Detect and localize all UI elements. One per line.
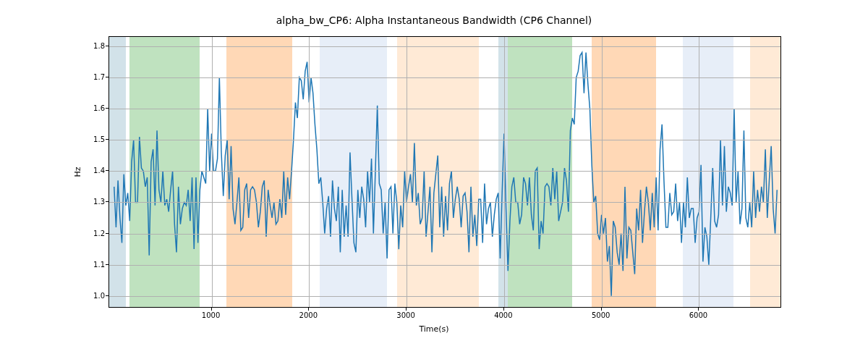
y-tick-label: 1.2	[87, 229, 105, 237]
y-tick-label: 1.1	[87, 260, 105, 268]
chart-figure: alpha_bw_CP6: Alpha Instantaneous Bandwi…	[0, 0, 868, 362]
y-axis-label-text: Hz	[73, 167, 82, 177]
chart-title: alpha_bw_CP6: Alpha Instantaneous Bandwi…	[0, 14, 868, 26]
y-tick-mark	[106, 264, 109, 265]
gridline-horizontal	[109, 265, 780, 266]
y-axis-label: Hz	[72, 36, 82, 308]
y-tick-label: 1.6	[87, 104, 105, 112]
y-tick-label: 1.7	[87, 73, 105, 81]
y-tick-label: 1.0	[87, 291, 105, 299]
x-tick-mark	[503, 308, 504, 311]
gridline-horizontal	[109, 202, 780, 203]
x-tick-mark	[698, 308, 699, 311]
y-tick-mark	[106, 46, 109, 46]
gridline-horizontal	[109, 109, 780, 109]
y-tick-mark	[106, 201, 109, 202]
y-tick-mark	[106, 77, 109, 77]
gridline-horizontal	[109, 234, 780, 235]
y-tick-label: 1.3	[87, 198, 105, 206]
y-tick-mark	[106, 295, 109, 296]
y-tick-label: 1.5	[87, 135, 105, 143]
gridline-horizontal	[109, 77, 780, 78]
y-tick-mark	[106, 170, 109, 171]
gridline-horizontal	[109, 296, 780, 297]
y-tick-label: 1.4	[87, 167, 105, 174]
gridline-horizontal	[109, 140, 780, 140]
x-tick-mark	[308, 308, 309, 311]
gridline-horizontal	[109, 171, 780, 172]
gridline-horizontal	[109, 46, 780, 47]
y-tick-mark	[106, 108, 109, 109]
chart-axes	[109, 36, 781, 308]
x-tick-label: 5000	[592, 311, 610, 319]
x-tick-label: 2000	[299, 311, 318, 319]
y-tick-label: 1.8	[87, 41, 105, 49]
x-tick-mark	[406, 308, 407, 311]
data-line	[114, 53, 778, 296]
x-tick-label: 4000	[494, 311, 512, 319]
x-tick-mark	[211, 308, 212, 311]
y-tick-mark	[106, 139, 109, 140]
x-tick-label: 3000	[396, 311, 414, 319]
x-tick-label: 1000	[202, 311, 220, 319]
x-tick-mark	[601, 308, 602, 311]
y-tick-mark	[106, 233, 109, 234]
x-tick-label: 6000	[689, 311, 707, 319]
x-axis-label: Time(s)	[0, 324, 868, 334]
